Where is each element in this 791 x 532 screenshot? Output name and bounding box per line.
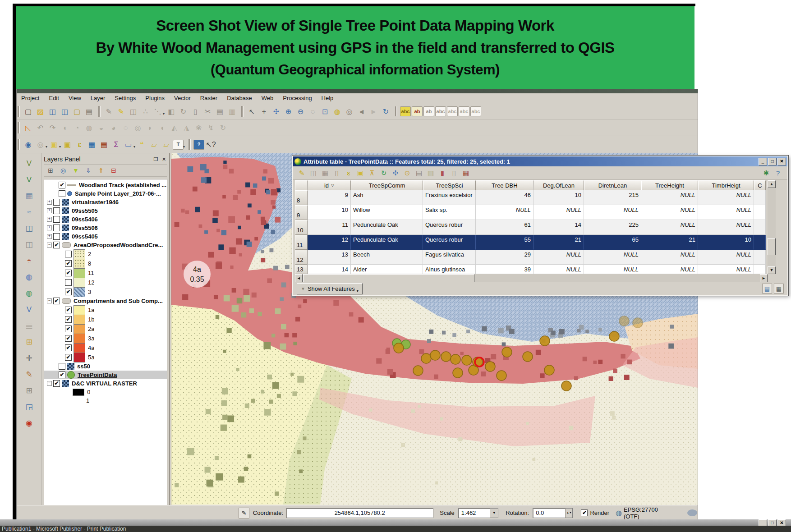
open-project-icon[interactable]: ▨ [35, 106, 46, 117]
tree-point-marker[interactable] [430, 350, 440, 360]
vertical-scrollbar[interactable]: ▲ ▼ [768, 180, 776, 274]
layer-item-0[interactable]: 0 [44, 388, 167, 396]
zoom-full-icon[interactable]: ⊡ [319, 106, 331, 117]
expander-icon[interactable]: + [47, 234, 52, 239]
float-panel-icon[interactable]: ❐ [152, 156, 159, 162]
expander-icon[interactable]: − [47, 243, 52, 248]
epsg-status[interactable]: EPSG:27700 (OTF) [624, 506, 675, 520]
layer-item-1b[interactable]: ✔1b [44, 315, 167, 324]
layer-checkbox[interactable] [65, 251, 72, 257]
attribute-table-titlebar[interactable]: Attribute table - TreePointData :: Featu… [293, 156, 787, 166]
layer-checkbox[interactable] [53, 207, 60, 214]
layer-item-2a[interactable]: ✔2a [44, 324, 167, 334]
add-spatialite-layer-icon[interactable]: ≈ [23, 206, 35, 218]
row-header-corner[interactable] [295, 180, 308, 190]
delete-selected-icon[interactable]: ▯ [190, 106, 201, 117]
add-postgis-layer-icon[interactable]: ◫ [23, 222, 35, 234]
tree-point-marker[interactable] [502, 347, 512, 357]
menu-processing[interactable]: Processing [283, 95, 312, 101]
scale-dropdown-icon[interactable]: ▼ [490, 509, 498, 518]
toggle-editing-icon[interactable]: ✎ [103, 106, 115, 117]
expander-icon[interactable]: − [47, 298, 52, 303]
layer-checkbox[interactable] [59, 363, 65, 370]
copy-features-icon[interactable]: ▤ [214, 106, 225, 117]
save-project-as-icon[interactable]: ◫ [59, 106, 70, 117]
layer-checkbox[interactable]: ✔ [65, 344, 72, 351]
tree-point-marker[interactable] [394, 343, 404, 353]
row-header[interactable]: 12 [295, 250, 308, 265]
menu-settings[interactable]: Settings [115, 95, 136, 101]
reload-table-icon[interactable]: ▦ [320, 168, 331, 179]
render-checkbox[interactable]: ✔ [581, 509, 588, 516]
add-wfs-layer-icon[interactable]: V [23, 303, 35, 315]
row-header[interactable]: 10 [295, 220, 308, 235]
add-mssql-layer-icon[interactable]: ◫ [23, 238, 35, 250]
current-edits-icon[interactable]: ✎ [115, 106, 127, 117]
deselect-all-icon[interactable]: ▣ [62, 139, 73, 150]
feature-action-dropdown-icon[interactable]: ▾ [46, 145, 47, 150]
scale-combo[interactable]: 1:462 ▼ [458, 508, 498, 518]
row-header[interactable]: 9 [295, 205, 308, 220]
delete-ring-icon[interactable]: ◌ [120, 122, 131, 133]
menu-edit[interactable]: Edit [49, 95, 59, 101]
trace-icon[interactable]: ↯ [205, 122, 216, 133]
collapse-all-icon[interactable]: ⇑ [96, 165, 106, 175]
new-composer-icon[interactable]: ▢ [71, 106, 83, 117]
add-raster-layer-icon[interactable]: ▦ [23, 190, 35, 202]
measure-line-icon[interactable]: ▭ [123, 139, 134, 150]
field-calculator-icon[interactable]: ▤ [98, 139, 110, 150]
move-selection-top-icon[interactable]: ⊼ [367, 168, 377, 179]
layer-checkbox[interactable] [65, 279, 72, 286]
osm-plugin-icon[interactable]: ◉ [23, 417, 35, 429]
layer-item-12[interactable]: 12 [44, 278, 167, 287]
save-edits-icon[interactable]: ◫ [308, 168, 319, 179]
new-project-icon[interactable]: ▢ [23, 106, 34, 117]
show-all-features-button[interactable]: ▼ Show All Features ▾ [297, 283, 363, 294]
close-panel-icon[interactable]: ✕ [161, 156, 167, 162]
menu-plugins[interactable]: Plugins [145, 95, 165, 101]
tree-point-marker-faded[interactable] [619, 316, 629, 326]
select-rect-dropdown-icon[interactable]: ▾ [59, 145, 61, 150]
delete-features-icon[interactable]: ▯ [331, 168, 342, 179]
coordinate-capture-icon[interactable]: ✛ [23, 352, 35, 364]
layer-checkbox[interactable] [53, 199, 60, 206]
layer-item-09ss5506[interactable]: +09ss5506 [44, 224, 167, 232]
tree-point-marker[interactable] [413, 366, 423, 376]
layer-checkbox[interactable]: ✔ [59, 182, 65, 188]
menu-help[interactable]: Help [322, 95, 334, 101]
tree-point-marker[interactable] [485, 362, 495, 371]
tree-point-marker[interactable] [523, 352, 533, 362]
column-header-id[interactable]: id▽ [308, 180, 351, 190]
pan-map-icon[interactable]: + [258, 106, 270, 117]
layer-item-09ss5505[interactable]: +09ss5505 [44, 206, 167, 215]
column-header-timbrheigt[interactable]: TimbrHeigt [698, 180, 754, 190]
deselect-all-icon[interactable]: ▣ [355, 168, 366, 179]
fill-ring-icon[interactable]: ◕ [108, 122, 119, 133]
layer-checkbox[interactable] [53, 225, 60, 231]
cut-features-icon[interactable]: ✂ [202, 106, 213, 117]
layer-item-8[interactable]: ✔8 [44, 259, 167, 268]
expander-icon[interactable]: + [47, 225, 52, 230]
expander-icon[interactable]: + [47, 217, 52, 222]
label-drop-icon[interactable]: ab [423, 106, 434, 116]
field-calculator-icon[interactable]: ▦ [460, 168, 471, 179]
layer-checkbox[interactable]: ✔ [53, 380, 60, 387]
statistics-sum-icon[interactable]: Σ [110, 139, 122, 150]
text-annotation-dropdown-icon[interactable]: ▾ [183, 145, 185, 150]
text-annotation-icon[interactable]: T [173, 140, 184, 150]
paste-features-icon[interactable]: ▥ [226, 106, 238, 117]
layer-checkbox[interactable]: ✔ [65, 326, 72, 332]
plugin-pencil-icon[interactable]: ✎ [23, 368, 35, 380]
layer-checkbox[interactable]: ✔ [65, 335, 72, 342]
layer-item-compartments-and-sub-comp-[interactable]: −✔Compartments and Sub Comp... [44, 297, 167, 305]
invert-selection-icon[interactable]: ↻ [378, 168, 389, 179]
layer-item-d-c-virtual-raster[interactable]: −✔D&C VIRTUAL RASTER [44, 379, 167, 388]
remove-layer-icon[interactable]: ⊟ [108, 165, 119, 175]
new-virtual-layer-icon[interactable]: ⊞ [23, 336, 35, 348]
panel-settings-icon[interactable]: ✱ [761, 168, 772, 179]
expander-icon[interactable]: + [47, 200, 52, 205]
merge-attrs-icon[interactable]: ◖ [156, 122, 168, 133]
layer-checkbox[interactable]: ✔ [65, 289, 72, 295]
layer-checkbox[interactable]: ✔ [53, 298, 60, 304]
menu-project[interactable]: Project [21, 95, 39, 101]
